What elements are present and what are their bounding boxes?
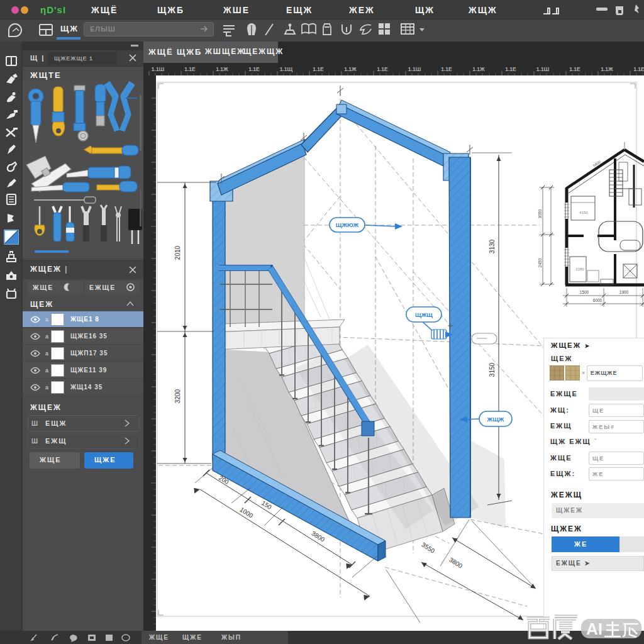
svg-text:1900: 1900 <box>619 290 629 294</box>
svg-text:1.1Е: 1.1Е <box>184 66 196 72</box>
svg-text:1.1Ш: 1.1Ш <box>536 66 549 72</box>
svg-text:ЩЖЮЖ: ЩЖЮЖ <box>336 221 359 228</box>
svg-text:1.1Ш: 1.1Ш <box>408 66 421 72</box>
svg-text:1500: 1500 <box>580 290 589 294</box>
svg-text:2450: 2450 <box>538 258 542 267</box>
svg-text:6000: 6000 <box>593 298 602 303</box>
svg-text:1.1Е: 1.1Е <box>313 66 324 72</box>
svg-text:1.1Е: 1.1Е <box>633 66 644 72</box>
svg-text:1.1Ж: 1.1Ж <box>344 66 357 72</box>
svg-text:ЩЖЩ: ЩЖЩ <box>415 311 433 318</box>
svg-text:1.1Е: 1.1Е <box>377 66 388 72</box>
svg-text:1.1Е: 1.1Е <box>248 66 260 72</box>
svg-text:1.1Е: 1.1Е <box>569 66 580 72</box>
svg-text:3200: 3200 <box>174 389 181 403</box>
svg-text:AI: AI <box>586 619 602 638</box>
svg-text:1.1Ш: 1.1Ш <box>152 66 164 72</box>
svg-text:ЖЩЖ: ЖЩЖ <box>487 416 504 423</box>
svg-text:1.1Е: 1.1Е <box>505 66 516 72</box>
svg-text:1.1Ж: 1.1Ж <box>216 66 228 72</box>
svg-text:4150: 4150 <box>579 211 588 214</box>
svg-text:3150: 3150 <box>489 362 496 377</box>
svg-text:2010: 2010 <box>174 245 181 260</box>
svg-text:3130: 3130 <box>489 239 496 253</box>
svg-text:1.1Ж: 1.1Ж <box>601 66 613 72</box>
svg-text:3050: 3050 <box>538 209 542 218</box>
svg-text:1.1Е: 1.1Е <box>441 66 452 72</box>
svg-text:1.1Щ: 1.1Щ <box>280 66 293 72</box>
svg-text:2280: 2280 <box>575 267 584 271</box>
svg-text:1.1Ж: 1.1Ж <box>472 66 485 72</box>
